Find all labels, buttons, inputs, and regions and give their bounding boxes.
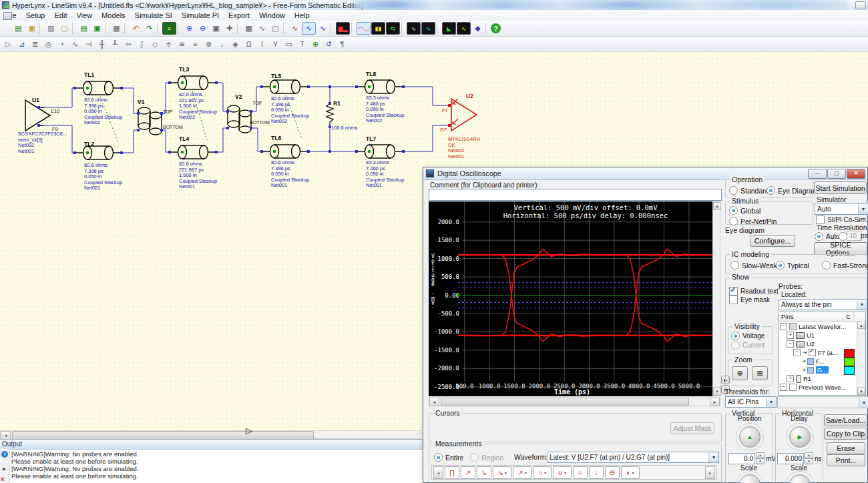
menu-item[interactable]: Simulate PI [177, 11, 224, 20]
scroll-up-icon[interactable]: ▲ [713, 202, 721, 210]
radio-current[interactable]: Current [731, 341, 765, 350]
eye-mask-checkbox[interactable]: Eye mask [729, 296, 770, 304]
help-icon[interactable]: ? [491, 23, 501, 33]
sep[interactable] [401, 23, 405, 34]
eye-density-icon[interactable]: ▆▂ [336, 22, 350, 35]
simulator-combo[interactable]: Auto▼ [815, 203, 868, 215]
report-icon[interactable]: ▢ [269, 23, 282, 34]
copy-to-clip-button[interactable]: Copy to Clip [824, 428, 867, 440]
menu-item[interactable]: Setup [21, 11, 50, 20]
sep[interactable] [237, 23, 241, 34]
tl6-ref[interactable]: TL6 [271, 135, 281, 141]
bathtub-icon[interactable]: ▮▮ [371, 22, 385, 35]
save-load-button[interactable]: Save/Load... [824, 414, 867, 426]
pins-tree[interactable]: Pins C −Latest Wavefor... +U1 −U2 −⇥F7 (… [778, 312, 866, 396]
menu-item[interactable]: Window [254, 11, 290, 20]
radio-fast-strong[interactable]: Fast-Strong [822, 261, 868, 270]
sep[interactable] [178, 23, 182, 34]
u2-ref[interactable]: U2 [466, 93, 473, 99]
horizontal-scale-knob[interactable]: ▶ [786, 471, 814, 483]
tl1-ref[interactable]: TL1 [84, 71, 94, 78]
padstack-icon[interactable]: ▩ [242, 23, 255, 34]
v2-ref[interactable]: V2 [235, 93, 242, 100]
mdi-doc-icon[interactable] [3, 12, 12, 20]
horizontal-delay-spinner[interactable]: ▲▼ ns [777, 452, 822, 464]
pad-tool-icon[interactable]: ◇ [149, 39, 162, 50]
y-node-icon[interactable]: Y [269, 39, 282, 50]
ic-tool-icon[interactable]: ◎ [42, 39, 55, 50]
scroll-right-icon[interactable]: ► [710, 398, 720, 406]
coil-tool-icon[interactable]: ∫ [136, 39, 148, 50]
dialog-close-button[interactable]: ✕ [847, 169, 865, 179]
tree-row-u1[interactable]: +U1 [779, 331, 865, 340]
r1-ref[interactable]: R1 [333, 100, 341, 107]
time-res-auto-radio[interactable]: Auto [815, 232, 840, 241]
sep[interactable] [351, 23, 355, 34]
radio-slow-weak[interactable]: Slow-Weak [730, 261, 777, 270]
erase-button[interactable]: Erase [827, 442, 865, 454]
no-connect-icon[interactable]: ⊗ [202, 39, 215, 50]
comment-input[interactable] [429, 189, 722, 201]
via-tool-icon[interactable]: ◈ [229, 39, 242, 50]
scope-plot[interactable]: 500.01000.01500.02000.02500.03000.03500.… [429, 201, 712, 396]
menu-item[interactable]: Simulate SI [130, 11, 177, 20]
select-tool-icon[interactable]: ▷ [2, 39, 15, 50]
undo-icon[interactable]: ↶ [130, 23, 142, 34]
tree-row-u2[interactable]: −U2 [779, 340, 865, 348]
radio-region[interactable]: Region [470, 453, 503, 462]
fall-time-icon[interactable]: ↘ [477, 466, 491, 479]
tree-row-r1[interactable]: +R1 [779, 374, 865, 383]
inductor-tool-icon[interactable]: ∾ [122, 39, 135, 50]
u2-symbol[interactable] [448, 99, 477, 131]
save-icon[interactable]: ▤ [77, 23, 90, 34]
sep[interactable] [39, 23, 43, 34]
tree-row-f[interactable]: ⇥F... [779, 357, 865, 366]
scroll-right-icon[interactable]: ▸ [705, 466, 715, 479]
radio-typical[interactable]: Typical [776, 261, 809, 270]
horizontal-delay-input[interactable] [777, 453, 804, 464]
radio-voltage[interactable]: Voltage [731, 332, 765, 340]
save-folder-icon[interactable]: ▣ [91, 23, 103, 34]
sep[interactable] [72, 23, 76, 34]
tl4-ref[interactable]: TL4 [179, 135, 189, 142]
schematic-hscrollbar[interactable]: ◄ [0, 430, 421, 439]
open-archive-icon[interactable]: ▢ [58, 23, 71, 34]
tl5-ref[interactable]: TL5 [271, 73, 281, 79]
plot-vscrollbar[interactable]: ▲ ▼ [712, 201, 720, 396]
v1-ref[interactable]: V1 [138, 99, 144, 105]
menu-item[interactable]: View [71, 11, 97, 20]
rising-edge-icon[interactable]: ↗ [513, 466, 531, 479]
tree-row-previous[interactable]: −Previous Wave... [779, 383, 865, 392]
zoom-magnify-button[interactable]: ⊕ [732, 366, 748, 380]
tl3-ref[interactable]: TL3 [179, 66, 189, 73]
net-curve-icon[interactable]: ∿ [256, 23, 268, 34]
undershoot-icon[interactable]: ∪ [553, 466, 572, 479]
wave-viewer-icon[interactable]: ∿ [407, 22, 421, 35]
sep[interactable] [283, 23, 287, 34]
crosshair-icon[interactable]: ⊕ [309, 39, 322, 50]
zoom-out-icon[interactable]: ⊖ [196, 23, 209, 34]
menu-item[interactable]: Export [224, 11, 254, 20]
thresholds-combo[interactable]: All IC Pins▼ [725, 396, 777, 408]
sweep-icon[interactable]: ⇆ [386, 22, 400, 35]
stackup-editor-icon[interactable]: ≡ [162, 22, 176, 35]
tl8-ref[interactable]: TL8 [366, 71, 376, 77]
menu-item[interactable]: Help [290, 11, 314, 20]
scroll-left-icon[interactable]: ◂ [433, 466, 443, 479]
horizontal-delay-knob[interactable]: ▶ [786, 423, 814, 451]
radio-global[interactable]: Global [729, 206, 761, 215]
scroll-thumb[interactable] [441, 398, 689, 406]
label-tool-icon[interactable]: ¶ [336, 39, 349, 50]
overshoot-icon[interactable]: ∩ [533, 466, 552, 479]
dialog-maximize-button[interactable]: ▢ [827, 169, 846, 179]
stackup-tool-icon[interactable]: ≣ [29, 39, 41, 50]
new-file-icon[interactable]: ▤ [12, 23, 25, 34]
scroll-left-icon[interactable]: ◄ [429, 398, 439, 406]
export-file-icon[interactable]: ▥ [45, 23, 57, 34]
vertical-position-spinner[interactable]: ▲▼ mV [728, 452, 776, 464]
jitter-icon[interactable]: ↓ [589, 466, 604, 479]
clear-output-icon[interactable]: × [1, 476, 5, 483]
start-simulation-button[interactable]: Start Simulation [814, 181, 867, 194]
series-rc-icon[interactable]: ╫ [95, 39, 108, 50]
redo-icon[interactable]: ↷ [143, 23, 156, 34]
